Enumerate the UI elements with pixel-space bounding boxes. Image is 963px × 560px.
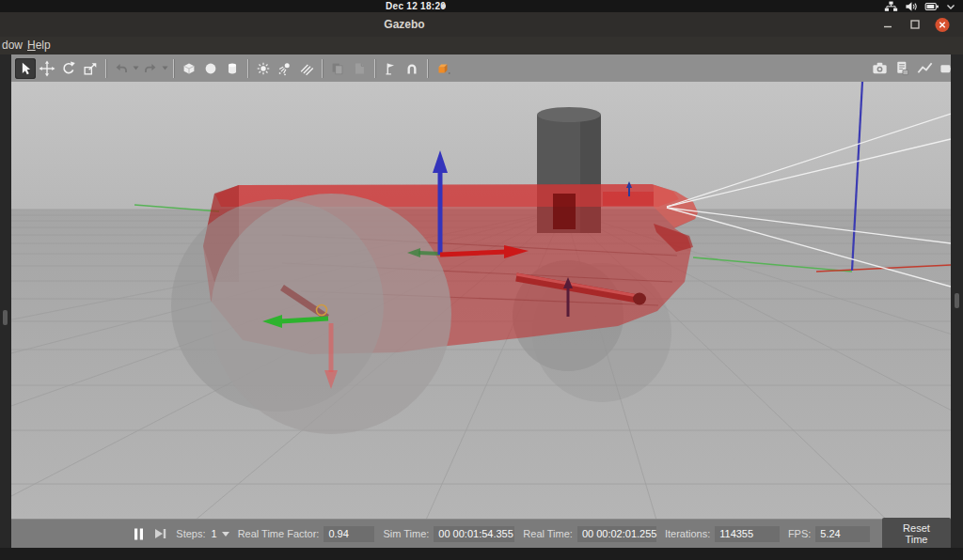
align-button[interactable] [380,58,401,79]
select-tool-button[interactable] [15,58,36,79]
point-light-button[interactable] [253,58,274,79]
menu-item-help[interactable]: Help [27,37,51,54]
directional-light-button[interactable] [296,58,317,79]
desktop-top-panel: Dec 12 18:20 [0,0,963,12]
steps-caret-icon[interactable] [222,532,229,537]
gazebo-window: Dec 12 18:20 Gazebo [0,0,963,560]
notification-dot-icon [441,4,446,8]
window-title: Gazebo [384,12,424,37]
viewport-3d[interactable] [11,82,951,519]
sim-time-field[interactable]: 00 00:01:54.355 [434,526,514,542]
undo-button[interactable] [111,58,132,79]
main-toolbar [0,54,963,82]
center-x-axis-arrow [440,252,506,255]
simulation-statusbar: Steps: 1 Real Time Factor: 0.94 Sim Time… [11,519,951,548]
system-tray[interactable] [884,0,955,12]
toolbar-separator [173,59,174,78]
pause-icon [134,528,144,540]
translate-icon [39,60,55,77]
desktop-clock[interactable]: Dec 12 18:20 [386,0,446,12]
hub-y-axis-arrow [280,319,328,321]
rotate-icon [60,60,77,77]
rtf-label: Real Time Factor: [238,528,320,539]
real-time-label: Real Time: [523,528,573,539]
plot-icon [916,59,934,77]
magnet-icon [403,60,420,77]
step-button[interactable] [154,525,168,542]
maximize-button[interactable] [908,17,923,32]
redo-history-caret[interactable] [162,58,168,79]
directional-light-icon [298,60,315,77]
redo-button[interactable] [140,58,161,79]
minimize-icon [882,19,893,30]
left-panel-splitter[interactable] [0,54,11,548]
undo-icon [113,60,130,77]
select-arrow-icon [17,60,34,77]
flag-icon [382,60,399,77]
view-angle-cube-icon [434,60,451,77]
pause-button[interactable] [132,525,146,542]
minimize-button[interactable] [880,17,895,32]
splitter-handle[interactable] [955,293,959,308]
iterations-label: Iterations: [665,528,710,539]
toolbar-separator [247,59,248,78]
log-data-button[interactable] [892,58,912,79]
paste-button[interactable] [349,58,370,79]
center-y-axis-arrow [418,253,440,254]
close-icon [935,17,950,33]
toolbar-separator [105,59,106,78]
paste-icon [351,60,368,77]
insert-box-button[interactable] [179,58,199,79]
real-time-field[interactable]: 00 00:02:01.255 [577,526,656,542]
screenshot-button[interactable] [869,58,890,79]
toolbar-separator [374,59,375,78]
toolbar-separator [322,59,323,78]
translate-tool-button[interactable] [37,58,57,79]
view-angle-button[interactable] [433,58,453,79]
toolbar-separator [427,59,428,78]
maximize-icon [909,19,921,30]
caret-down-icon [162,66,168,70]
fps-field[interactable]: 5.24 [815,526,870,542]
data-logger-icon [893,59,911,77]
menu-item-window[interactable]: dow [2,37,23,54]
point-light-icon [255,60,272,77]
spot-light-icon [276,60,293,77]
camera-icon [871,59,889,77]
caret-down-icon [946,1,955,12]
close-button[interactable] [935,17,950,32]
fps-label: FPS: [788,528,811,539]
steps-value[interactable]: 1 [212,528,217,539]
rtf-field[interactable]: 0.94 [324,526,374,542]
scale-icon [82,60,99,77]
snap-button[interactable] [402,58,422,79]
window-title-bar[interactable]: Gazebo [0,12,963,37]
plot-button[interactable] [914,58,935,79]
window-bottom-border [0,548,963,560]
sim-time-label: Sim Time: [383,528,429,539]
iterations-field[interactable]: 114355 [715,526,780,542]
menu-bar: dow Help [0,37,963,54]
sphere-icon [202,60,219,77]
rotate-tool-button[interactable] [58,58,79,79]
insert-cylinder-button[interactable] [222,58,243,79]
splitter-handle[interactable] [3,310,8,325]
reset-time-button[interactable]: Reset Time [882,518,951,550]
redo-icon [142,60,159,77]
box-icon [181,60,197,77]
volume-icon [905,1,918,12]
copy-button[interactable] [327,58,348,79]
network-icon [884,1,898,12]
cylinder-icon [224,60,241,77]
step-forward-icon [154,528,166,539]
copy-icon [329,60,346,77]
battery-icon [924,1,939,12]
caret-down-icon [133,66,139,70]
engine-block [553,194,576,229]
right-panel-splitter[interactable] [951,54,963,548]
scale-tool-button[interactable] [80,58,101,79]
undo-history-caret[interactable] [133,58,139,79]
insert-sphere-button[interactable] [200,58,221,79]
spot-light-button[interactable] [275,58,295,79]
steps-label: Steps: [176,528,205,539]
